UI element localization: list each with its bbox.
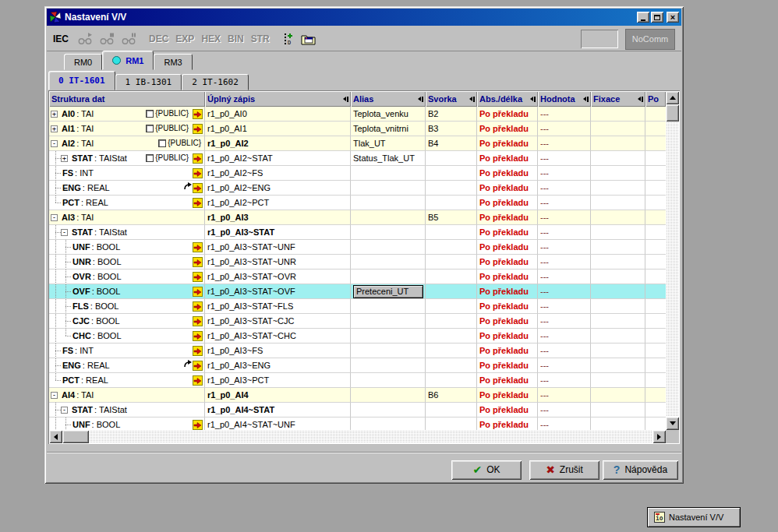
full-notation-cell[interactable]: r1_p0_AI3~STAT~CJC [205,314,351,329]
po-cell[interactable] [645,122,666,136]
vertical-scroll-track[interactable] [666,122,679,417]
mapping-icon[interactable] [192,124,203,134]
close-button[interactable]: × [667,12,679,23]
svorka-cell[interactable]: B6 [426,388,477,403]
po-cell[interactable] [645,358,666,373]
hodnota-cell[interactable]: --- [538,166,591,181]
alias-cell[interactable] [351,181,426,196]
abs-delka-cell[interactable]: Po překladu [477,122,538,136]
alias-cell[interactable] [351,166,426,181]
table-row[interactable]: -AI2: TAI{PUBLIC}r1_p0_AI2Tlak_UTB4Po př… [49,136,666,151]
full-notation-cell[interactable]: r1_p0_AI2~ENG [205,181,351,196]
svorka-cell[interactable] [426,151,477,166]
stop-watch-icon[interactable] [99,33,115,45]
format-button-exp[interactable]: EXP [175,33,194,44]
maximize-button[interactable] [651,12,663,23]
svorka-cell[interactable] [426,373,477,388]
po-cell[interactable] [645,255,666,270]
hodnota-cell[interactable]: --- [538,136,591,151]
po-cell[interactable] [645,403,666,417]
hodnota-cell[interactable]: --- [538,388,591,403]
table-row[interactable]: FS: INTr1_p0_AI2~FSPo překladu--- [49,166,666,181]
hodnota-cell[interactable]: --- [538,329,591,344]
column-header-2[interactable]: Úplný zápis [205,91,351,107]
tree-cell[interactable]: -AI3: TAI [49,210,205,225]
tree-expander[interactable]: + [51,111,58,118]
mapping-icon[interactable] [192,198,203,208]
minimize-button[interactable] [637,12,649,23]
fixace-cell[interactable] [591,181,645,196]
fixace-cell[interactable] [591,240,645,255]
tree-expander[interactable]: - [51,214,58,221]
ok-button[interactable]: ✔ OK [451,460,522,480]
table-row[interactable]: -STAT: TAIStatr1_p0_AI3~STATPo překladu-… [49,225,666,240]
svorka-cell[interactable] [426,166,477,181]
svorka-cell[interactable] [426,181,477,196]
abs-delka-cell[interactable]: Po překladu [477,225,538,240]
scroll-right-button[interactable] [652,430,666,443]
mapping-icon[interactable] [192,346,203,356]
po-cell[interactable] [645,284,666,299]
fixace-cell[interactable] [591,196,645,210]
tree-cell[interactable]: UNF: BOOL [49,240,205,255]
alias-cell[interactable] [351,270,426,284]
fixace-cell[interactable] [591,403,645,417]
svorka-cell[interactable] [426,329,477,344]
po-cell[interactable] [645,373,666,388]
full-notation-cell[interactable]: r1_p0_AI3~STAT~OVF [205,284,351,299]
po-cell[interactable] [645,240,666,255]
full-notation-cell[interactable]: r1_p0_AI1 [205,122,351,136]
svorka-cell[interactable] [426,358,477,373]
fixace-cell[interactable] [591,314,645,329]
table-row[interactable]: ENG: REALr1_p0_AI3~ENGPo překladu--- [49,358,666,373]
table-row[interactable]: +AI1: TAI{PUBLIC}r1_p0_AI1Teplota_vnitrn… [49,122,666,136]
full-notation-cell[interactable]: r1_p0_AI3~STAT~UNR [205,255,351,270]
svorka-cell[interactable] [426,225,477,240]
full-notation-cell[interactable]: r1_p0_AI3~STAT~FLS [205,299,351,314]
full-notation-cell[interactable]: r1_p0_AI3~STAT~OVR [205,270,351,284]
hodnota-cell[interactable]: --- [538,299,591,314]
abs-delka-cell[interactable]: Po překladu [477,107,538,122]
table-row[interactable]: ENG: REALr1_p0_AI2~ENGPo překladu--- [49,181,666,196]
tree-cell[interactable]: UNR: BOOL [49,255,205,270]
full-notation-cell[interactable]: r1_p0_AI4~STAT~UNF [205,417,351,430]
abs-delka-cell[interactable]: Po překladu [477,255,538,270]
scroll-left-button[interactable] [49,430,62,443]
fixace-cell[interactable] [591,417,645,430]
tab-rm0[interactable]: RM0 [64,54,102,70]
tree-cell[interactable]: OVF: BOOL [49,284,205,299]
tree-cell[interactable]: -AI4: TAI [49,388,205,403]
abs-delka-cell[interactable]: Po překladu [477,329,538,344]
tree-cell[interactable]: FS: INT [49,166,205,181]
vertical-scrollbar[interactable] [666,91,679,430]
tree-expander[interactable]: - [51,392,58,399]
alias-cell[interactable] [351,225,426,240]
fixace-cell[interactable] [591,210,645,225]
tree-cell[interactable]: -STAT: TAIStat [49,225,205,240]
abs-delka-cell[interactable]: Po překladu [477,403,538,417]
svorka-cell[interactable]: B2 [426,107,477,122]
alias-cell[interactable] [351,358,426,373]
column-header-7[interactable]: Fixace [591,91,645,107]
svorka-cell[interactable] [426,270,477,284]
alias-cell[interactable]: Preteceni_UT [351,284,426,299]
po-cell[interactable] [645,181,666,196]
table-row[interactable]: UNR: BOOLr1_p0_AI3~STAT~UNRPo překladu--… [49,255,666,270]
hodnota-cell[interactable]: --- [538,373,591,388]
column-header-4[interactable]: Svorka [426,91,477,107]
svorka-cell[interactable] [426,417,477,430]
fixace-cell[interactable] [591,329,645,344]
abs-delka-cell[interactable]: Po překladu [477,299,538,314]
po-cell[interactable] [645,225,666,240]
hodnota-cell[interactable]: --- [538,255,591,270]
tree-cell[interactable]: FLS: BOOL [49,299,205,314]
hodnota-cell[interactable]: --- [538,358,591,373]
table-row[interactable]: PCT: REALr1_p0_AI2~PCTPo překladu--- [49,196,666,210]
fixace-cell[interactable] [591,388,645,403]
abs-delka-cell[interactable]: Po překladu [477,166,538,181]
fixace-cell[interactable] [591,299,645,314]
svorka-cell[interactable] [426,240,477,255]
full-notation-cell[interactable]: r1_p0_AI4 [205,388,351,403]
mapping-icon[interactable] [192,168,203,178]
abs-delka-cell[interactable]: Po překladu [477,196,538,210]
